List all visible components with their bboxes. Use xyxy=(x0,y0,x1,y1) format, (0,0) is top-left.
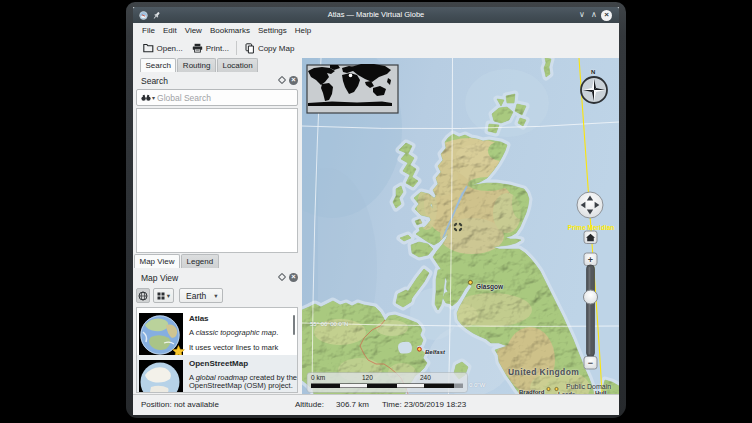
search-dock-header: Search × xyxy=(133,73,302,88)
theme-title: Atlas xyxy=(189,314,209,323)
menu-file[interactable]: File xyxy=(138,26,159,35)
close-dock-icon[interactable]: × xyxy=(289,76,298,85)
desc-italic: classic topographic map xyxy=(196,328,276,337)
glasgow-dot xyxy=(468,280,472,284)
status-altitude-label: Altitude: xyxy=(295,400,324,409)
tab-routing[interactable]: Routing xyxy=(177,58,216,72)
home-button[interactable] xyxy=(584,231,597,244)
map-rendering: Prime Meridian xyxy=(302,58,619,394)
menu-view[interactable]: View xyxy=(181,26,206,35)
marble-window: Atlas — Marble Virtual Globe ∨ ∧ × File … xyxy=(133,7,619,415)
open-button-label: Open... xyxy=(157,44,183,53)
tab-search[interactable]: Search xyxy=(140,58,176,72)
folder-icon xyxy=(143,43,154,53)
map-canvas[interactable]: Prime Meridian xyxy=(302,58,619,394)
copy-map-button[interactable]: Copy Map xyxy=(240,39,298,57)
zoom-out-glyph: − xyxy=(584,358,597,368)
compass-widget[interactable] xyxy=(581,77,607,103)
desc-pre: A xyxy=(189,328,196,337)
scalebar-start-label: 0 km xyxy=(311,374,325,381)
binoculars-icon xyxy=(141,94,151,102)
close-button[interactable]: × xyxy=(601,10,612,21)
zoom-track-shine xyxy=(589,267,591,355)
list-grid-icon xyxy=(157,292,165,300)
search-dock-tabbar: Search Routing Location xyxy=(140,58,259,72)
map-theme-list: Atlas A classic topographic map. It uses… xyxy=(136,307,298,393)
zoom-handle[interactable] xyxy=(584,290,598,304)
belfast-dot xyxy=(418,347,422,351)
license-label: Public Domain xyxy=(566,383,611,390)
mapview-dock-header: Map View × xyxy=(133,270,302,285)
belfast-label: Belfast xyxy=(425,349,445,355)
menu-help[interactable]: Help xyxy=(291,26,315,35)
scalebar-mid-label: 120 xyxy=(362,374,373,381)
left-panel: Search Routing Location Search × xyxy=(133,58,302,394)
mapview-toolbar: ▾ Earth ▾ xyxy=(136,286,298,305)
theme-desc-line2: It uses vector lines to mark xyxy=(189,343,278,352)
scale-bar xyxy=(307,373,468,393)
prime-meridian-label: Prime Meridian xyxy=(568,224,615,231)
theme-view-mode-button[interactable]: ▾ xyxy=(153,288,174,303)
overview-map[interactable] xyxy=(307,64,398,113)
lough-neagh-lake xyxy=(398,342,412,354)
status-position: Position: not available xyxy=(141,400,219,409)
navigation-pad[interactable] xyxy=(577,192,603,218)
theme-item-openstreetmap[interactable]: OpenStreetMap A global roadmap created b… xyxy=(137,355,297,393)
close-mapview-icon[interactable]: × xyxy=(289,273,298,282)
mapview-dock-tabbar: Map View Legend xyxy=(134,254,220,268)
print-button[interactable]: Print... xyxy=(187,39,233,57)
float-mapview-icon[interactable] xyxy=(278,273,286,281)
main-toolbar: Open... Print... xyxy=(133,38,619,58)
zoom-track[interactable] xyxy=(587,265,595,357)
bradford-dot xyxy=(547,387,550,390)
latitude-label: 55° 00' 00.0"N xyxy=(310,321,348,327)
compass-north-label: N xyxy=(591,69,595,75)
printer-icon xyxy=(192,43,203,53)
menu-bookmarks[interactable]: Bookmarks xyxy=(206,26,254,35)
view-mode-caret: ▾ xyxy=(167,292,170,300)
status-bar: Position: not available Altitude: 306.7 … xyxy=(133,394,619,415)
zoom-in-glyph: + xyxy=(584,255,597,265)
theme-desc-line1: A classic topographic map. xyxy=(189,328,278,337)
celestial-body-select[interactable]: Earth ▾ xyxy=(179,288,223,303)
glasgow-label: Glasgow xyxy=(476,283,503,290)
theme-list-scrollbar[interactable] xyxy=(293,315,296,335)
open-button[interactable]: Open... xyxy=(138,39,187,57)
menu-edit[interactable]: Edit xyxy=(159,26,181,35)
minimize-button[interactable]: ∨ xyxy=(577,10,587,20)
globe-view-button[interactable] xyxy=(136,288,150,303)
combo-caret: ▾ xyxy=(214,292,217,300)
mapview-dock-title: Map View xyxy=(141,273,178,283)
copy-map-button-label: Copy Map xyxy=(258,44,294,53)
search-placeholder: Global Search xyxy=(157,93,211,103)
float-dock-icon[interactable] xyxy=(278,76,286,84)
menu-settings[interactable]: Settings xyxy=(254,26,291,35)
osm-thumbnail xyxy=(139,360,183,393)
longitude-label: 0.0"W xyxy=(469,382,485,388)
titlebar[interactable]: Atlas — Marble Virtual Globe ∨ ∧ × xyxy=(133,7,619,23)
maximize-button[interactable]: ∧ xyxy=(589,10,599,20)
celestial-body-value: Earth xyxy=(186,291,206,301)
theme-desc-line2: OpenStreetMap (OSM) project. xyxy=(189,381,293,390)
theme-item-atlas[interactable]: Atlas A classic topographic map. It uses… xyxy=(137,308,297,355)
theme-title: OpenStreetMap xyxy=(189,359,248,368)
scalebar-end-label: 240 xyxy=(420,374,431,381)
search-dock-title: Search xyxy=(141,76,168,86)
search-input[interactable]: ▾ Global Search xyxy=(136,89,298,106)
tab-legend[interactable]: Legend xyxy=(181,254,219,268)
tab-map-view[interactable]: Map View xyxy=(134,254,180,268)
desc-post: . xyxy=(276,328,278,337)
window-title: Atlas — Marble Virtual Globe xyxy=(133,7,619,23)
tab-location[interactable]: Location xyxy=(217,58,258,72)
overview-position-dot xyxy=(349,74,353,78)
search-options-caret[interactable]: ▾ xyxy=(152,94,155,101)
print-button-label: Print... xyxy=(206,44,229,53)
status-time: Time: 23/05/2019 18:23 xyxy=(382,400,466,409)
desktop-background: Atlas — Marble Virtual Globe ∨ ∧ × File … xyxy=(0,0,752,423)
copy-icon xyxy=(245,43,255,54)
menubar: File Edit View Bookmarks Settings Help xyxy=(133,23,619,38)
toolbar-separator xyxy=(236,41,237,55)
search-results-list[interactable] xyxy=(136,108,298,253)
window-frame: Atlas — Marble Virtual Globe ∨ ∧ × File … xyxy=(126,2,626,418)
status-altitude-value: 306.7 km xyxy=(336,400,369,409)
